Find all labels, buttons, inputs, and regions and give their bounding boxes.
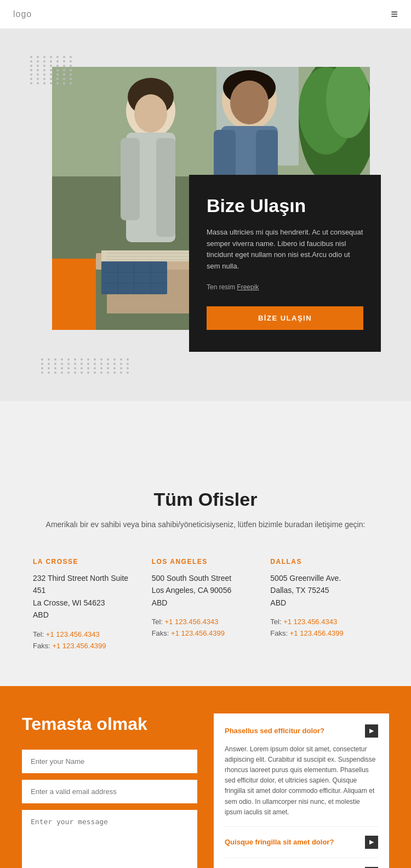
svg-rect-12 [156, 138, 175, 237]
svg-point-20 [230, 81, 269, 124]
office-tel-2: Tel: +1 123.456.4343 [270, 618, 378, 626]
office-fax-1: Faks: +1 123.456.4399 [152, 629, 260, 637]
contact-form: GÖNDERMEK [22, 750, 197, 868]
faq-answer-0: Answer. Lorem ipsum dolor sit amet, cons… [225, 744, 378, 818]
email-input[interactable] [22, 780, 197, 803]
faq-arrow-1: ▶ [365, 836, 378, 849]
office-fax-0: Faks: +1 123.456.4399 [33, 642, 141, 650]
hero-section: Bize Ulaşın Massa ultricies mi quis hend… [0, 28, 411, 401]
office-tel-number-0[interactable]: +1 123.456.4343 [46, 630, 100, 638]
office-fax-2: Faks: +1 123.456.4399 [270, 629, 378, 637]
office-fax-number-1[interactable]: +1 123.456.4399 [171, 629, 225, 637]
offices-subtitle: Amerikalı bir ev sahibi veya bina sahibi… [33, 519, 378, 530]
faq-question-0[interactable]: Phasellus sed efficitur dolor? ▶ [225, 724, 378, 738]
faq-question-1[interactable]: Quisque fringilla sit amet dolor? ▶ [225, 836, 378, 849]
contact-title: Temasta olmak [22, 713, 197, 734]
hero-card: Bize Ulaşın Massa ultricies mi quis hend… [189, 175, 381, 352]
office-tel-number-1[interactable]: +1 123.456.4343 [165, 618, 219, 626]
office-address-1: 500 South South Street Los Angeles, CA 9… [152, 572, 260, 609]
office-item-dallas: DALLAS 5005 Greenville Ave. Dallas, TX 7… [270, 558, 378, 653]
faq-arrow-0: ▶ [365, 724, 378, 738]
office-item-losangeles: LOS ANGELES 500 South South Street Los A… [152, 558, 260, 653]
office-tel-number-2[interactable]: +1 123.456.4343 [283, 618, 337, 626]
office-city-2: DALLAS [270, 558, 378, 566]
office-fax-number-0[interactable]: +1 123.456.4399 [52, 642, 106, 650]
hero-contact-button[interactable]: BİZE ULAŞIN [207, 306, 363, 330]
faq-item-2: Aliquam et sem odio? ▶ [225, 858, 378, 868]
faq-question-text-1: Quisque fringilla sit amet dolor? [225, 838, 365, 846]
contact-form-area: Temasta olmak GÖNDERMEK [22, 713, 197, 868]
offices-title: Tüm Ofisler [33, 489, 378, 510]
contact-section: Temasta olmak GÖNDERMEK Phasellus sed ef… [0, 686, 411, 868]
offices-section: Tüm Ofisler Amerikalı bir ev sahibi veya… [0, 445, 411, 686]
menu-icon[interactable]: ≡ [391, 7, 398, 21]
faq-item-0: Phasellus sed efficitur dolor? ▶ Answer.… [225, 724, 378, 827]
faq-question-text-0: Phasellus sed efficitur dolor? [225, 727, 365, 735]
faq-item-1: Quisque fringilla sit amet dolor? ▶ [225, 827, 378, 858]
svg-point-14 [134, 94, 167, 133]
office-item-lacrosse: LA CROSSE 232 Third Street North Suite 4… [33, 558, 141, 653]
faq-area: Phasellus sed efficitur dolor? ▶ Answer.… [214, 713, 389, 868]
freepik-link[interactable]: Freepik [237, 283, 259, 291]
office-tel-0: Tel: +1 123.456.4343 [33, 630, 141, 638]
logo: logo [13, 9, 32, 19]
hero-card-credit: Ten resim Freepik [207, 283, 363, 291]
office-address-2: 5005 Greenville Ave. Dallas, TX 75245 AB… [270, 572, 378, 609]
office-fax-number-2[interactable]: +1 123.456.4399 [290, 629, 344, 637]
svg-rect-11 [121, 138, 140, 220]
office-address-0: 232 Third Street North Suite 451 La Cros… [33, 572, 141, 621]
office-city-1: LOS ANGELES [152, 558, 260, 566]
faq-box: Phasellus sed efficitur dolor? ▶ Answer.… [214, 713, 389, 868]
offices-grid: LA CROSSE 232 Third Street North Suite 4… [33, 558, 378, 653]
name-input[interactable] [22, 750, 197, 773]
header: logo ≡ [0, 0, 411, 28]
office-tel-1: Tel: +1 123.456.4343 [152, 618, 260, 626]
message-input[interactable] [22, 810, 197, 868]
office-city-0: LA CROSSE [33, 558, 141, 566]
hero-card-title: Bize Ulaşın [207, 195, 363, 217]
hero-card-text: Massa ultricies mi quis hendrerit. Ac ut… [207, 227, 363, 272]
